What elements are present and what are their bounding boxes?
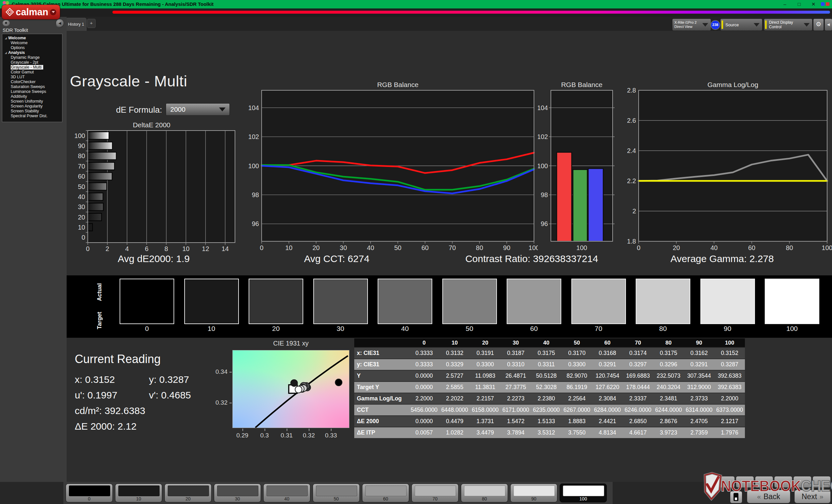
table-cell: 232.5073	[653, 370, 684, 381]
cie-overlay	[233, 351, 349, 428]
display-control-dropdown[interactable]: Direct Display Control	[764, 19, 812, 31]
sidebar-section-label: Welcome	[8, 36, 26, 40]
sidebar-item-label: Luminance Sweeps	[11, 89, 46, 94]
sidebar-item-label: ColorChecker	[11, 80, 35, 84]
table-cell: 2.3337	[623, 393, 653, 404]
axis-tick-label: 60	[421, 244, 429, 251]
axis-tick-label: 90	[503, 244, 510, 251]
table-cell: 0.3152	[714, 348, 745, 359]
sidebar-item-dynamic-range[interactable]: Dynamic Range	[2, 55, 62, 60]
close-button[interactable]: ✕	[807, 0, 820, 8]
chart-title: DeltaE 2000	[133, 121, 171, 129]
panel-collapse-button[interactable]: ◀	[825, 19, 832, 31]
axis-tick-label: 100	[822, 244, 832, 251]
watermark-notebook: NOTEBOOK	[721, 477, 801, 495]
patch-button-70[interactable]: 70	[412, 483, 459, 502]
maximize-button[interactable]: □	[793, 0, 805, 8]
table-cell: 2.2273	[500, 393, 531, 404]
sidebar-item-screen-stability[interactable]: Screen Stability	[2, 109, 62, 114]
patch-button-20[interactable]: 20	[164, 483, 212, 502]
source-dropdown[interactable]: Source	[720, 19, 762, 31]
table-cell: 3.7894	[500, 427, 531, 438]
sidebar-item-label: Welcome	[11, 40, 28, 45]
axis-tick-label: 10	[182, 245, 189, 251]
minimize-button[interactable]: –	[779, 0, 791, 8]
sidebar-item-grayscale-2pt[interactable]: Grayscale - 2pt	[2, 60, 62, 65]
patch-button-label: 80	[461, 496, 508, 501]
settings-gear-button[interactable]: ⚙	[813, 19, 824, 31]
patch-button-60[interactable]: 60	[362, 483, 409, 502]
add-tab-button[interactable]: +	[87, 19, 96, 28]
table-cell: 0.3168	[592, 348, 623, 359]
axis-tick-label: 40	[710, 244, 718, 251]
sidebar-item-screen-angularity[interactable]: Screen Angularity	[2, 104, 62, 109]
stat-avg-cct: Avg CCT: 6274	[304, 253, 369, 264]
deltae-bar	[88, 213, 101, 221]
stat-average-gamma: Average Gamma: 2.278	[671, 253, 774, 264]
cie-y-tick-label: 0.34	[209, 368, 228, 375]
patch-button-80[interactable]: 80	[461, 483, 508, 502]
axis-tick-label: 12	[202, 245, 209, 251]
axis-tick-label: 100	[538, 162, 548, 169]
table-cell: 240.3204	[653, 382, 684, 393]
sidebar-item-additivity[interactable]: Additivity	[2, 94, 62, 99]
target-label: Target	[96, 307, 105, 335]
sidebar-item-saturation-sweeps[interactable]: Saturation Sweeps	[2, 84, 62, 89]
sidebar-item-screen-uniformity[interactable]: Screen Uniformity	[2, 99, 62, 104]
sidebar-item-spectral-power-dist[interactable]: Spectral Power Dist.	[2, 114, 62, 118]
table-cell: 3.7550	[562, 427, 592, 438]
table-row-label: Y	[354, 370, 409, 381]
axis-tick-label: 2	[632, 207, 636, 215]
sidebar-section-analysis[interactable]: ◢Analysis	[2, 50, 62, 55]
table-cell: 0.0000	[409, 382, 439, 393]
sidebar-item-3d-lut[interactable]: 3D LUT	[2, 75, 62, 80]
notebookcheck-watermark: NOTEBOOKCHECK	[701, 472, 832, 501]
table-cell: 2.1217	[714, 416, 745, 427]
sidebar-record-button[interactable]	[3, 20, 10, 26]
table-cell: 0.3175	[531, 348, 562, 359]
gray-swatch-10	[184, 279, 239, 324]
table-row-label: CCT	[354, 404, 409, 415]
sidebar-item-welcome[interactable]: Welcome	[2, 40, 62, 46]
calman-menu-button[interactable]: calman	[2, 4, 60, 20]
sidebar-item-luminance-sweeps[interactable]: Luminance Sweeps	[2, 89, 62, 94]
table-row-label: Gamma Log/Log	[354, 393, 409, 404]
sidebar-item-label: Grayscale - 2pt	[11, 60, 38, 65]
axis-tick-label: 98	[252, 191, 259, 198]
calman-dropdown-arrow-icon[interactable]	[50, 9, 56, 15]
table-cell: 50.5128	[531, 370, 562, 381]
table-cell: 0.3300	[470, 359, 500, 370]
sidebar-item-color-gamut[interactable]: Color Gamut	[2, 70, 62, 75]
table-column-header: 0	[409, 338, 439, 347]
patch-button-10[interactable]: 10	[115, 483, 162, 502]
axis-tick-label: 104	[248, 104, 259, 111]
table-cell: 312.9000	[684, 382, 714, 393]
sidebar-item-colorchecker[interactable]: ColorChecker	[2, 80, 62, 84]
axis-tick-label: 80	[786, 244, 793, 251]
de-formula-dropdown[interactable]: 2000	[166, 103, 230, 116]
tab-scroll-left-button[interactable]: ◀	[56, 19, 64, 27]
sidebar-item-options[interactable]: Options	[2, 46, 62, 50]
table-cell: 6158.0000	[470, 404, 500, 415]
tab-history-1[interactable]: History 1	[66, 18, 86, 31]
patch-button-30[interactable]: 30	[214, 483, 261, 502]
patch-color	[514, 485, 555, 496]
patch-color	[415, 485, 456, 496]
axis-tick-label: 40	[78, 193, 85, 200]
patch-button-0[interactable]: 0	[66, 483, 113, 502]
patch-button-label: 100	[560, 496, 606, 501]
sidebar-item-grayscale-multi[interactable]: Grayscale - Multi	[2, 65, 62, 70]
meter-device-dropdown[interactable]: X-Rite i1Pro 2Direct View	[672, 19, 711, 31]
patch-button-40[interactable]: 40	[263, 483, 310, 502]
bar-green	[573, 169, 587, 241]
patch-button-90[interactable]: 90	[510, 483, 557, 502]
table-cell: 2.7359	[684, 427, 714, 438]
patch-button-100[interactable]: 100	[560, 483, 607, 502]
table-row-cct: CCT5456.00006448.00006158.00006171.00006…	[354, 404, 745, 415]
patch-button-50[interactable]: 50	[313, 483, 360, 502]
actual-label: Actual	[96, 278, 105, 306]
table-column-header: 90	[684, 338, 714, 347]
de-value: 2.12	[118, 421, 136, 431]
cie-x-tick	[242, 429, 243, 431]
sidebar-section-welcome[interactable]: ◢Welcome	[2, 36, 62, 40]
